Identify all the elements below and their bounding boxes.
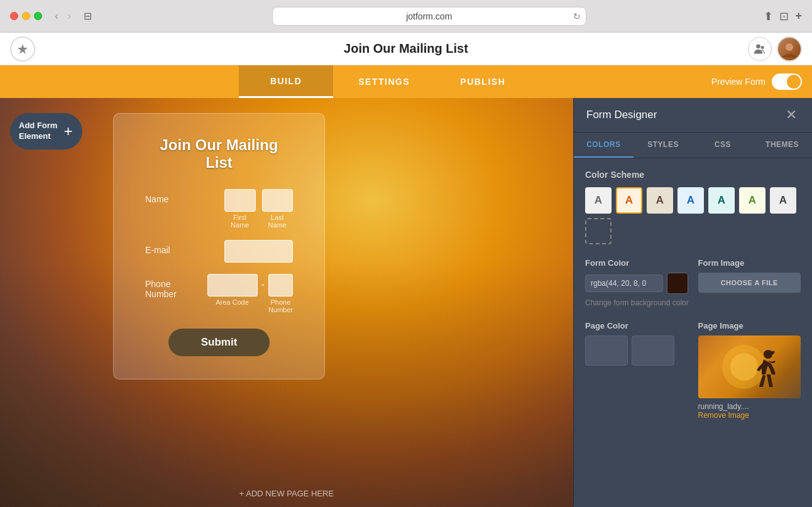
area-code-label: Area Code [207,298,258,306]
back-arrow[interactable]: ‹ [51,8,62,24]
new-tab-button[interactable]: + [795,9,802,23]
tab-publish[interactable]: PUBLISH [435,65,530,98]
page-image-thumb [698,335,801,398]
color-swatch-7[interactable]: A [770,187,796,214]
page-color-label: Page Color [585,321,688,330]
form-color-input[interactable] [585,275,663,292]
color-swatch-3[interactable]: A [647,187,673,214]
nav-arrows: ‹ › [51,8,75,24]
phone-field: Phone Number Area Code - Phone Number [145,274,293,313]
phone-number-label: Phone Number [268,298,293,313]
form-card: Join Our Mailing List Name First Name La… [113,113,325,379]
panel-close-button[interactable]: ✕ [783,108,799,122]
tab-styles[interactable]: STYLES [634,133,693,158]
avatar[interactable] [777,36,802,62]
svg-point-1 [761,46,764,49]
refresh-icon[interactable]: ↻ [573,11,581,21]
last-name-input[interactable] [262,189,294,212]
form-image-col: Form Image CHOOSE A FILE [698,258,801,294]
url-text: jotform.com [406,11,452,21]
color-swatch-1[interactable]: A [585,187,612,214]
color-swatch-5[interactable]: A [708,187,735,214]
main-area: Add FormElement + Join Our Mailing List … [0,98,812,507]
choose-file-button[interactable]: CHOOSE A FILE [698,273,801,293]
email-field: E-mail [145,240,293,263]
form-designer-panel: Form Designer ✕ COLORS STYLES CSS THEMES… [573,98,812,507]
group-icon[interactable] [748,37,772,61]
color-swatches: A A A A A A A [585,187,801,244]
page-color-col: Page Color [585,321,688,420]
tab-themes[interactable]: THEMES [752,133,812,158]
last-name-label: Last Name [262,214,294,229]
color-swatch-4[interactable]: A [678,187,704,214]
address-bar[interactable]: jotform.com ↻ [272,7,586,26]
panel-header: Form Designer ✕ [574,98,812,133]
logo-icon [10,36,35,62]
traffic-light-green[interactable] [34,12,42,20]
page-color-image-row: Page Color Page Image [585,321,801,420]
tab-css[interactable]: CSS [693,133,753,158]
tab-colors[interactable]: COLORS [574,133,634,158]
email-label: E-mail [145,240,214,255]
add-form-plus-icon: + [63,124,72,139]
page-image-filename: running_lady.... [698,402,801,411]
svg-point-0 [756,44,760,48]
page-image-col: Page Image [698,321,801,420]
page-color-swatch-1[interactable] [585,335,628,366]
svg-point-4 [730,353,758,381]
traffic-lights [10,12,42,20]
color-swatch-custom[interactable] [585,218,612,244]
tab-build[interactable]: BUILD [239,65,333,98]
browser-chrome: ‹ › ⊟ jotform.com ↻ ⬆ ⊡ + [0,0,812,33]
area-code-input[interactable] [207,274,258,297]
phone-label: Phone Number [145,274,197,299]
fullscreen-button[interactable]: ⊡ [779,9,789,23]
nav-tabs: BUILD SETTINGS PUBLISH [239,65,530,98]
phone-number-wrap: Phone Number [268,274,293,313]
page-title: Join Our Mailing List [344,41,468,56]
email-input[interactable] [224,240,293,263]
phone-number-input[interactable] [268,274,293,297]
first-name-label: First Name [224,214,256,229]
color-swatch-2[interactable]: A [616,187,642,214]
traffic-light-red[interactable] [10,12,18,20]
phone-separator: - [261,274,265,290]
runner-silhouette [698,335,795,398]
header-icons [748,36,802,62]
submit-button[interactable]: Submit [168,329,270,356]
forward-arrow[interactable]: › [63,8,75,24]
last-name-wrap: Last Name [262,189,294,229]
form-color-hint: Change form background color [585,298,801,308]
first-name-input[interactable] [224,189,256,212]
page-color-swatch-2[interactable] [632,335,674,366]
traffic-light-yellow[interactable] [22,12,30,20]
panel-content: Color Scheme A A A A A A A [574,158,812,507]
add-page-link[interactable]: + ADD NEW PAGE HERE [239,489,334,498]
name-label: Name [145,189,214,204]
share-button[interactable]: ⬆ [764,9,773,23]
add-form-element-button[interactable]: Add FormElement + [10,113,82,150]
page-title-bar: Join Our Mailing List [0,33,812,65]
sidebar-toggle[interactable]: ⊟ [81,8,94,25]
form-color-col: Form Color [585,258,688,294]
name-field: Name First Name Last Name [145,189,293,229]
area-code-wrap: Area Code [207,274,258,306]
tab-settings[interactable]: SETTINGS [333,65,435,98]
form-image-label: Form Image [698,258,801,268]
form-color-image-row: Form Color Form Image CHOOSE A FILE [585,258,801,294]
preview-form-label: Preview Form [711,77,765,87]
remove-image-link[interactable]: Remove Image [698,411,801,420]
color-scheme-label: Color Scheme [585,170,801,180]
panel-tabs: COLORS STYLES CSS THEMES [574,133,812,158]
svg-point-2 [786,43,793,51]
form-color-preview[interactable] [667,273,688,294]
page-color-swatches [585,335,688,366]
preview-toggle[interactable] [772,74,802,90]
color-swatch-6[interactable]: A [739,187,765,214]
add-form-text: Add FormElement [19,121,57,142]
form-title: Join Our Mailing List [145,136,293,172]
panel-title: Form Designer [586,109,657,121]
first-name-wrap: First Name [224,189,256,229]
submit-wrap: Submit [145,329,293,356]
canvas-area: Add FormElement + Join Our Mailing List … [0,98,573,507]
